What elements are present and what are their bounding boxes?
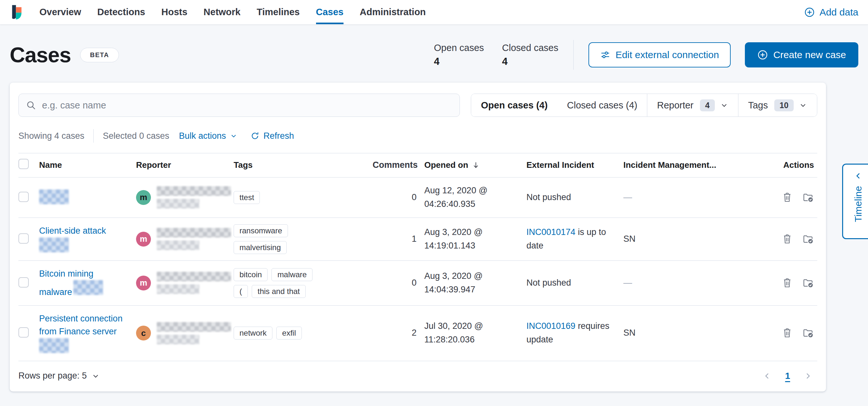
tag-pill: exfil: [276, 327, 302, 340]
nav-item-network[interactable]: Network: [204, 0, 241, 24]
opened-on-timestamp: Aug 12, 2020 @ 04:26:40.935: [424, 184, 526, 211]
case-search-input[interactable]: [42, 100, 453, 111]
opened-on-timestamp: Aug 3, 2020 @ 14:04:39.947: [424, 269, 526, 297]
nav-item-timelines[interactable]: Timelines: [256, 0, 300, 24]
row-checkbox[interactable]: [19, 327, 29, 338]
redacted-case-name[interactable]: [39, 338, 69, 353]
redacted-case-name[interactable]: [73, 280, 103, 295]
delete-case-button[interactable]: [782, 192, 793, 203]
trash-icon: [782, 277, 793, 289]
reporter-count-badge: 4: [700, 99, 715, 111]
chevron-down-icon: [230, 132, 238, 140]
redacted-reporter-name: [157, 228, 231, 250]
tags-count-badge: 10: [774, 99, 794, 111]
chevron-left-icon: [762, 371, 772, 381]
rows-per-page-label: Rows per page: 5: [19, 371, 87, 381]
nav-item-hosts[interactable]: Hosts: [161, 0, 187, 24]
redacted-reporter-name: [157, 186, 231, 208]
edit-external-connection-button[interactable]: Edit external connection: [588, 42, 731, 67]
tags-filter-label: Tags: [748, 100, 768, 111]
tag-pill: ttest: [234, 191, 260, 204]
table-row: Bitcoin mining malware m bitcoinmalware(…: [19, 261, 817, 306]
tag-pill: network: [234, 327, 272, 340]
sliders-icon: [600, 50, 611, 60]
external-incident-status: Not pushed: [526, 278, 571, 287]
table-footer: Rows per page: 5 1: [19, 361, 817, 392]
tags-list: ransomwaremalvertising: [234, 224, 321, 254]
bulk-actions-button[interactable]: Bulk actions: [179, 131, 238, 141]
opened-on-timestamp: Aug 3, 2020 @ 14:19:01.143: [424, 226, 526, 253]
closed-cases-value: 4: [502, 56, 558, 67]
redacted-case-name[interactable]: [39, 238, 69, 252]
filter-closed-cases[interactable]: Closed cases (4): [557, 94, 647, 116]
tag-pill: this and that: [252, 285, 306, 298]
redacted-text-bar: [157, 284, 199, 294]
redacted-reporter-name: [157, 322, 231, 344]
nav-item-overview[interactable]: Overview: [39, 0, 81, 24]
nav-item-detections[interactable]: Detections: [97, 0, 145, 24]
delete-case-button[interactable]: [782, 277, 793, 289]
comments-count: 0: [373, 191, 424, 204]
case-name-link[interactable]: Client-side attack: [39, 226, 106, 236]
external-incident-link[interactable]: INC0010174: [526, 227, 576, 237]
column-header-name[interactable]: Name: [39, 160, 136, 170]
create-new-case-button[interactable]: Create new case: [745, 42, 858, 67]
row-checkbox[interactable]: [19, 233, 29, 244]
edit-external-connection-label: Edit external connection: [616, 49, 719, 60]
filter-open-cases[interactable]: Open cases (4): [471, 94, 557, 116]
trash-icon: [782, 192, 793, 203]
column-header-comments[interactable]: Comments: [373, 159, 424, 172]
chevron-right-icon: [803, 371, 813, 381]
reporter-avatar: m: [136, 232, 151, 246]
reporter-avatar: c: [136, 326, 151, 340]
closed-cases-label: Closed cases: [502, 43, 558, 53]
add-data-button[interactable]: Add data: [804, 7, 858, 18]
column-header-opened-on[interactable]: Opened on: [424, 160, 480, 170]
push-as-incident-button[interactable]: [802, 277, 814, 289]
closed-cases-stat: Closed cases 4: [502, 43, 558, 67]
external-incident-link[interactable]: INC0010169: [526, 321, 576, 331]
cases-table: Name Reporter Tags Comments Opened on Ex…: [19, 153, 817, 361]
divider: [573, 40, 574, 70]
create-new-case-label: Create new case: [773, 49, 846, 60]
reporter-avatar: m: [136, 276, 151, 291]
row-checkbox[interactable]: [19, 277, 29, 287]
push-as-incident-button[interactable]: [802, 192, 814, 203]
chevron-down-icon: [720, 101, 728, 109]
filter-reporter[interactable]: Reporter 4: [647, 94, 738, 116]
row-checkbox[interactable]: [19, 192, 29, 202]
refresh-button[interactable]: Refresh: [250, 131, 294, 141]
table-row: m ttest 0 Aug 12, 2020 @ 04:26:40.935 No…: [19, 177, 817, 218]
open-cases-value: 4: [434, 56, 484, 67]
nav-item-cases[interactable]: Cases: [316, 0, 343, 24]
refresh-label: Refresh: [264, 131, 294, 141]
select-all-checkbox[interactable]: [19, 159, 29, 169]
page-number-current[interactable]: 1: [785, 371, 790, 381]
tag-pill: (: [234, 285, 248, 298]
page-header: Cases BETA Open cases 4 Closed cases 4 E…: [0, 25, 868, 82]
tags-list: networkexfil: [234, 327, 321, 340]
timeline-toggle-button[interactable]: Timeline: [842, 164, 868, 239]
next-page-button[interactable]: [803, 371, 813, 381]
top-navigation: OverviewDetectionsHostsNetworkTimelinesC…: [0, 0, 868, 25]
filter-tags[interactable]: Tags 10: [738, 94, 817, 116]
nav-item-administration[interactable]: Administration: [360, 0, 426, 24]
column-header-external-incident: External Incident: [526, 160, 623, 170]
table-row: Client-side attack m ransomwaremalvertis…: [19, 218, 817, 261]
push-as-incident-button[interactable]: [802, 233, 814, 245]
showing-cases-text: Showing 4 cases: [19, 131, 84, 141]
table-body: m ttest 0 Aug 12, 2020 @ 04:26:40.935 No…: [19, 177, 817, 361]
delete-case-button[interactable]: [782, 327, 793, 339]
folder-check-icon: [802, 233, 814, 245]
rows-per-page-button[interactable]: Rows per page: 5: [19, 371, 100, 381]
push-as-incident-button[interactable]: [802, 327, 814, 339]
redacted-case-name[interactable]: [39, 190, 69, 204]
incident-management-system: SN: [623, 326, 730, 340]
elastic-security-logo: [10, 4, 24, 20]
case-name-link[interactable]: Persistent connection from Finance serve…: [39, 314, 122, 337]
main-nav-items: OverviewDetectionsHostsNetworkTimelinesC…: [39, 0, 442, 24]
redacted-reporter-name: [157, 272, 231, 294]
tags-list: bitcoinmalware(this and that: [234, 268, 321, 298]
delete-case-button[interactable]: [782, 233, 793, 245]
previous-page-button[interactable]: [762, 371, 772, 381]
